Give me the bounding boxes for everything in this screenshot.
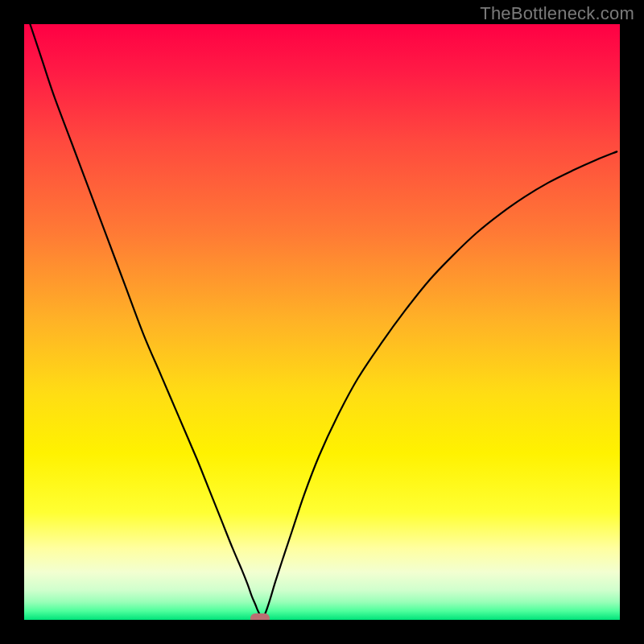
attribution-label: TheBottleneck.com <box>480 3 634 24</box>
curve-layer <box>24 24 620 620</box>
optimum-marker <box>250 613 270 620</box>
bottleneck-curve-left-path <box>30 24 262 619</box>
bottleneck-curve-right-path <box>262 151 617 619</box>
chart-frame: TheBottleneck.com <box>0 0 644 644</box>
plot-area <box>24 24 620 620</box>
